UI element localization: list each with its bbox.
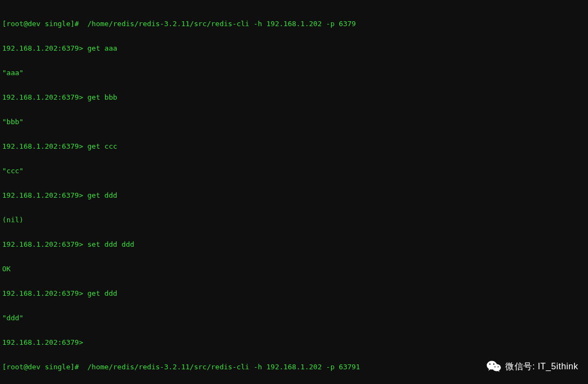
terminal-line: (nil) [2, 216, 586, 224]
terminal-line: 192.168.1.202:6379> get ddd [2, 289, 586, 297]
terminal-line: "bbb" [2, 118, 586, 126]
terminal-line: "ccc" [2, 167, 586, 175]
terminal-line: 192.168.1.202:6379> get aaa [2, 44, 586, 52]
terminal-line: 192.168.1.202:6379> [2, 338, 586, 346]
terminal-line: "aaa" [2, 69, 586, 77]
terminal-line: 192.168.1.202:6379> get bbb [2, 93, 586, 101]
terminal-line: 192.168.1.202:6379> set ddd ddd [2, 240, 586, 248]
terminal-line: [root@dev single]# /home/redis/redis-3.2… [2, 363, 586, 371]
terminal-output[interactable]: [root@dev single]# /home/redis/redis-3.2… [0, 0, 588, 384]
terminal-line: 192.168.1.202:6379> get ccc [2, 142, 586, 150]
terminal-line: OK [2, 265, 586, 273]
terminal-line: "ddd" [2, 314, 586, 322]
terminal-line: [root@dev single]# /home/redis/redis-3.2… [2, 20, 586, 28]
terminal-line: 192.168.1.202:6379> get ddd [2, 191, 586, 199]
